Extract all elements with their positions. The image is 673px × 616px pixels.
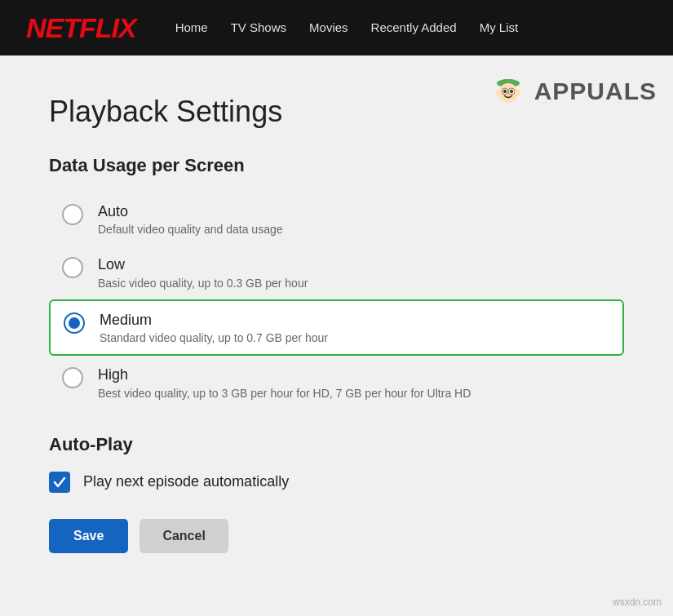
autoplay-checkbox-row[interactable]: Play next episode automatically [49,472,624,493]
svg-point-8 [496,90,501,96]
appuals-text: APPUALS [534,78,657,105]
autoplay-heading: Auto-Play [49,434,624,455]
content-area: APPUALS Playback Settings Data Usage per… [0,55,673,616]
radio-label-high: High [98,366,471,384]
radio-label-auto: Auto [98,202,283,221]
appuals-badge: APPUALS [487,70,657,113]
radio-desc-high: Best video quality, up to 3 GB per hour … [98,387,471,400]
radio-label-group-high: High Best video quality, up to 3 GB per … [98,366,471,399]
cancel-button[interactable]: Cancel [139,519,228,553]
autoplay-checkbox[interactable] [49,472,70,493]
navbar: NETFLIX Home TV Shows Movies Recently Ad… [0,0,673,55]
nav-tv-shows[interactable]: TV Shows [231,20,286,34]
save-button[interactable]: Save [49,519,128,553]
radio-option-low[interactable]: Low Basic video quality, up to 0.3 GB pe… [49,246,624,299]
radio-label-low: Low [98,255,308,274]
autoplay-checkbox-label: Play next episode automatically [83,473,289,490]
radio-label-group-auto: Auto Default video quality and data usag… [98,202,283,236]
data-usage-heading: Data Usage per Screen [49,155,624,176]
radio-label-group-medium: Medium Standard video quality, up to 0.7… [100,311,328,344]
autoplay-section: Auto-Play Play next episode automaticall… [49,434,624,493]
radio-option-auto[interactable]: Auto Default video quality and data usag… [49,193,624,246]
radio-option-high[interactable]: High Best video quality, up to 3 GB per … [49,356,624,409]
checkmark-icon [53,476,66,489]
nav-movies[interactable]: Movies [309,20,348,34]
button-row: Save Cancel [49,519,624,553]
nav-recently-added[interactable]: Recently Added [371,20,457,34]
radio-desc-low: Basic video quality, up to 0.3 GB per ho… [98,277,308,290]
nav-home[interactable]: Home [175,20,208,34]
radio-circle-medium [64,312,85,334]
radio-circle-high [62,367,83,388]
svg-point-3 [503,90,507,93]
radio-options-group: Auto Default video quality and data usag… [49,193,624,410]
netflix-logo: NETFLIX [26,12,136,44]
radio-label-group-low: Low Basic video quality, up to 0.3 GB pe… [98,255,308,289]
radio-desc-medium: Standard video quality, up to 0.7 GB per… [100,331,328,344]
nav-my-list[interactable]: My List [480,20,519,34]
appuals-character-icon [487,70,529,113]
svg-point-9 [516,90,520,96]
radio-option-medium[interactable]: Medium Standard video quality, up to 0.7… [49,299,624,356]
nav-links: Home TV Shows Movies Recently Added My L… [175,20,518,35]
radio-desc-auto: Default video quality and data usage [98,223,283,236]
radio-circle-low [62,257,83,278]
radio-circle-auto [62,204,83,225]
svg-point-4 [510,90,513,93]
data-usage-section: Data Usage per Screen Auto Default video… [49,155,624,410]
watermark: wsxdn.com [613,596,662,608]
radio-label-medium: Medium [100,311,328,330]
